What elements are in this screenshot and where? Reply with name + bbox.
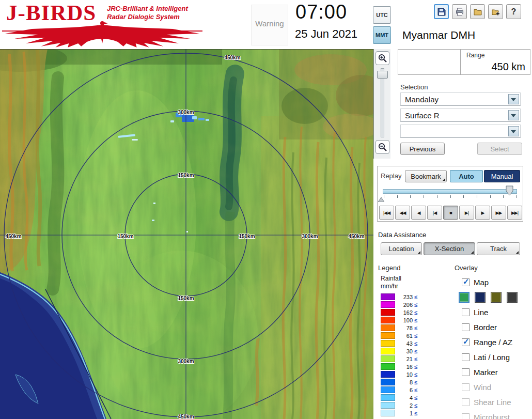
timeline-track[interactable] xyxy=(383,189,517,194)
legend-value: 233 xyxy=(399,294,413,300)
range-label: Range xyxy=(466,52,484,59)
checkbox-checked-icon[interactable] xyxy=(462,338,470,346)
overlay-item-marker[interactable]: Marker xyxy=(458,365,530,380)
previous-button[interactable]: Previous xyxy=(400,143,445,155)
radar-map-svg: 450km300km150km150km300km450km450km150km… xyxy=(0,49,373,419)
right-panel: Range 450 km Selection MandalaySurface R… xyxy=(373,49,532,419)
overlay-item-map[interactable]: Map xyxy=(458,275,530,290)
checkbox-icon[interactable] xyxy=(462,398,470,406)
overlay-item-label: Microburst xyxy=(474,413,510,419)
overlay-item-line[interactable]: Line xyxy=(458,305,530,320)
checkbox-icon[interactable] xyxy=(462,413,470,419)
checkbox-icon[interactable] xyxy=(462,308,470,316)
map-color-swatch-3[interactable] xyxy=(507,292,518,303)
zoom-out-button[interactable] xyxy=(375,140,389,154)
eagle-logo-icon xyxy=(2,20,202,48)
radar-map[interactable]: 450km300km150km150km300km450km450km150km… xyxy=(0,49,373,419)
overlay-item-lati-long[interactable]: Lati / Long xyxy=(458,350,530,365)
range-value: 450 km xyxy=(491,61,525,73)
overlay-item-shear-line[interactable]: Shear Line xyxy=(458,395,530,410)
overlay-item-label: Marker xyxy=(474,368,498,377)
zoom-slider-track[interactable] xyxy=(381,68,384,137)
playback-controls: |◀◀◀◀◀|◀■▶|▶▶▶▶▶| xyxy=(379,206,522,220)
replay-label: Replay xyxy=(381,172,401,180)
help-icon: ? xyxy=(511,7,517,17)
replay-auto-button[interactable]: Auto xyxy=(450,170,483,182)
save-button[interactable] xyxy=(434,4,449,19)
chevron-down-icon[interactable] xyxy=(508,110,519,120)
legend-color-swatch xyxy=(381,394,395,401)
legend-operator: ≤ xyxy=(414,302,417,308)
mmt-button[interactable]: MMT xyxy=(373,26,391,44)
legend-operator: ≤ xyxy=(414,410,417,416)
legend-color-swatch xyxy=(381,301,395,308)
utc-button[interactable]: UTC xyxy=(373,6,391,24)
warning-label: Warning xyxy=(255,19,284,28)
checkbox-icon[interactable] xyxy=(462,383,470,391)
button-label: Location xyxy=(388,245,414,253)
map-color-swatch-0[interactable] xyxy=(459,292,470,303)
replay-manual-button[interactable]: Manual xyxy=(484,170,520,182)
legend-color-swatch xyxy=(381,371,395,378)
print-button[interactable] xyxy=(452,4,467,19)
zoom-slider-thumb[interactable] xyxy=(377,71,388,79)
overlay-item-range-az[interactable]: Range / AZ xyxy=(458,335,530,350)
replay-panel: Replay Bookmark Auto Manual |◀◀◀◀◀|◀■▶|▶… xyxy=(377,166,523,222)
map-color-swatch-1[interactable] xyxy=(475,292,486,303)
bookmark-button[interactable]: Bookmark xyxy=(405,170,447,182)
legend-scale: 233≤206≤162≤100≤78≤61≤43≤30≤21≤16≤10≤8≤6… xyxy=(381,293,417,416)
range-ring-label: 150km xyxy=(178,296,194,301)
overlay-item-border[interactable]: Border xyxy=(458,320,530,335)
data-assistance-x-section-button[interactable]: X-Section xyxy=(424,242,475,255)
playback-play-reverse-button[interactable]: ◀ xyxy=(411,206,426,220)
save-icon xyxy=(437,7,446,17)
chevron-down-icon[interactable] xyxy=(508,126,519,136)
playback-skip-to-end-button[interactable]: ▶▶| xyxy=(507,206,522,220)
data-assistance-track-button[interactable]: Track xyxy=(477,242,520,255)
chevron-down-icon[interactable] xyxy=(508,94,519,104)
range-ring-label: 150km xyxy=(117,234,133,239)
overlay-item-wind[interactable]: Wind xyxy=(458,380,530,395)
corner-arrow-icon xyxy=(418,251,420,254)
checkbox-icon[interactable] xyxy=(462,368,470,376)
help-button[interactable]: ? xyxy=(506,4,521,19)
legend-value: 21 xyxy=(399,356,413,362)
range-ring-label: 150km xyxy=(178,173,194,178)
legend-title-line1: Rainfall xyxy=(381,275,417,283)
timeline-thumb[interactable] xyxy=(506,185,513,198)
range-ring-label: 450km xyxy=(348,234,364,239)
overlay-item-label: Lati / Long xyxy=(474,353,510,362)
dropdown-product[interactable]: Surface R xyxy=(400,108,521,122)
playback-play-button[interactable]: ▶ xyxy=(475,206,490,220)
export-button[interactable] xyxy=(488,4,503,19)
legend-operator: ≤ xyxy=(414,348,417,354)
legend-value: 6 xyxy=(399,387,413,393)
playback-fast-forward-button[interactable]: ▶▶ xyxy=(491,206,506,220)
playback-step-forward-button[interactable]: ▶| xyxy=(459,206,474,220)
open-folder-button[interactable] xyxy=(470,4,485,19)
legend-row: 1≤ xyxy=(381,410,417,416)
map-color-swatch-2[interactable] xyxy=(491,292,502,303)
legend-value: 78 xyxy=(399,325,413,331)
dropdown-site[interactable]: Mandalay xyxy=(400,92,521,106)
legend-title-line2: mm/hr xyxy=(381,283,417,290)
overlay-item-label: Wind xyxy=(474,383,491,392)
legend-operator: ≤ xyxy=(414,309,417,316)
dropdown-extra[interactable] xyxy=(400,125,521,138)
playback-fast-rewind-button[interactable]: ◀◀ xyxy=(395,206,410,220)
overlay-item-microburst[interactable]: Microburst xyxy=(458,410,530,419)
zoom-in-icon xyxy=(378,53,388,64)
playback-skip-to-start-button[interactable]: |◀◀ xyxy=(379,206,394,220)
playback-stop-button[interactable]: ■ xyxy=(443,206,458,220)
legend-row: 100≤ xyxy=(381,317,417,323)
overlay-label: Overlay xyxy=(455,264,478,272)
select-button[interactable]: Select xyxy=(477,143,522,155)
legend-row: 21≤ xyxy=(381,355,417,362)
zoom-in-button[interactable] xyxy=(375,51,389,65)
checkbox-icon[interactable] xyxy=(462,323,470,331)
checkbox-icon[interactable] xyxy=(462,353,470,361)
playback-step-back-button[interactable]: |◀ xyxy=(427,206,442,220)
print-icon xyxy=(455,7,464,17)
checkbox-checked-icon[interactable] xyxy=(462,278,470,286)
data-assistance-location-button[interactable]: Location xyxy=(381,242,422,255)
